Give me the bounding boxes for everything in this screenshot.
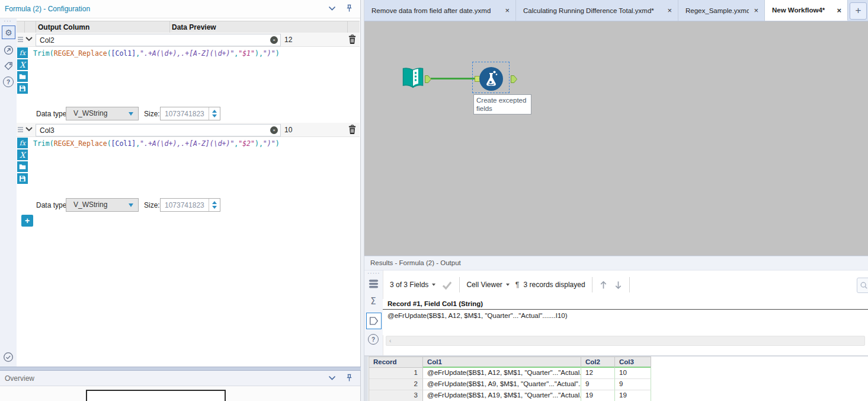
prev-record-button[interactable] [599,280,608,290]
open-expression-button[interactable] [17,71,28,82]
table-header-record[interactable]: Record [369,357,423,368]
alteryx-designer-window: Formula (2) - Configuration ··· ⚙ [0,0,868,401]
formula-expression[interactable]: Trim(REGEX_Replace([Col1],".+A(\d+),.+[A… [33,139,357,148]
configuration-panel: Formula (2) - Configuration ··· ⚙ [0,0,361,367]
add-column-button[interactable]: + [21,215,33,227]
table-cell[interactable]: 9 [615,379,651,390]
tab-help[interactable]: ? [2,76,14,88]
chevron-down-icon[interactable] [506,284,510,286]
drag-handle-icon[interactable] [17,36,24,43]
folder-icon [19,74,26,79]
row-collapse-chevron-icon[interactable] [25,127,33,132]
tool-annotation[interactable]: Create excepted fields [473,94,531,114]
open-expression-button[interactable] [17,161,28,172]
table-header-col2[interactable]: Col2 [581,357,615,368]
save-icon [19,85,26,92]
save-expression-button[interactable] [17,83,28,94]
variables-button[interactable]: X [17,149,28,160]
tab-annotation[interactable] [2,60,14,72]
table-cell[interactable]: @eFrUpdate($B$1, A12, $M$1, "Quarter"...… [423,368,581,379]
pin-icon[interactable] [345,374,353,382]
chevron-down-icon[interactable] [432,284,435,286]
pilcrow-icon[interactable]: ¶ [515,281,520,289]
new-workflow-button[interactable]: + [850,2,867,20]
size-input[interactable] [161,199,206,211]
table-header-col1[interactable]: Col1 [423,357,581,368]
scroll-left-icon[interactable]: ‹ [389,338,391,344]
workflow-tab-3[interactable]: Regex_Sample.yxmd × [678,0,765,21]
data-type-dropdown[interactable]: V_WString [66,198,139,212]
output-anchor[interactable] [425,75,431,83]
tab-navigation[interactable] [2,44,14,56]
text-input-tool[interactable] [402,67,424,90]
apply-check-icon[interactable] [441,280,453,290]
size-stepper[interactable] [209,199,220,211]
size-stepper[interactable] [209,107,220,120]
size-input[interactable] [161,107,206,120]
next-record-button[interactable] [614,280,623,290]
stepper-up-icon[interactable] [212,110,217,113]
delete-row-button[interactable] [348,125,357,135]
table-cell[interactable]: 2 [369,379,423,390]
connection-line[interactable] [431,78,476,79]
cell-viewer-button[interactable] [366,313,382,329]
formula-grid-header: Output Column Data Preview [17,21,360,33]
close-icon[interactable]: × [505,7,510,14]
table-cell[interactable]: 9 [581,379,615,390]
results-help-button[interactable]: ? [367,333,380,346]
pin-icon[interactable] [345,4,353,12]
stepper-down-icon[interactable] [212,206,217,209]
workflow-canvas[interactable]: Create excepted fields [364,21,868,256]
stepper-up-icon[interactable] [212,201,217,204]
formula-expression[interactable]: Trim(REGEX_Replace([Col1],".+A(\d+),.+[A… [33,49,357,58]
table-cell[interactable]: 3 [369,390,423,401]
output-column-input[interactable] [36,34,280,46]
table-header-col3[interactable]: Col3 [615,357,651,368]
cell-viewer-hscrollbar[interactable]: ‹ [386,336,865,346]
variables-button[interactable]: X [17,59,28,70]
table-cell[interactable]: 1 [369,368,423,379]
data-type-dropdown[interactable]: V_WString [66,107,139,120]
row-collapse-chevron-icon[interactable] [25,37,33,42]
trash-icon [348,125,357,135]
table-view-button[interactable] [367,277,380,290]
stepper-down-icon[interactable] [212,114,217,117]
close-icon[interactable]: × [754,7,758,14]
table-cell[interactable]: 12 [581,368,615,379]
formula-editor-col2: fx X Trim(REGEX_Replace([Col1],".+A(\d+)… [17,47,360,106]
clear-field-icon[interactable]: × [270,36,278,44]
overview-viewport-rect[interactable] [86,390,226,401]
chevron-down-icon [129,112,133,116]
table-cell[interactable]: 10 [615,368,651,379]
fields-dropdown[interactable]: 3 of 3 Fields [390,281,428,289]
workflow-tab-4-active[interactable]: New Workflow4* × [765,0,848,21]
output-anchor[interactable] [511,75,517,83]
collapse-chevron-icon[interactable] [328,375,336,381]
table-cell[interactable]: 19 [615,390,651,401]
metadata-view-button[interactable]: Σ [367,295,380,308]
functions-button[interactable]: fx [17,138,28,148]
workflow-tab-2[interactable]: Calculating Running Difference Total.yxm… [516,0,678,21]
formula-tool[interactable] [479,66,504,91]
horizontal-splitter[interactable] [0,367,361,371]
functions-button[interactable]: fx [17,47,28,58]
cell-viewer-body[interactable]: @eFrUpdate($B$1, A12, $M$1, "Quarter"...… [383,310,868,335]
output-column-field-wrap: × [36,124,281,136]
table-cell[interactable]: 19 [581,390,615,401]
drag-handle-icon[interactable] [17,126,24,133]
output-column-input[interactable] [36,125,280,136]
clear-field-icon[interactable]: × [270,126,278,134]
cell-viewer-dropdown[interactable]: Cell Viewer [466,281,502,289]
table-cell[interactable]: @eFrUpdate($B$1, A9, $M$1, "Quarter"..."… [423,379,581,390]
table-cell[interactable]: @eFrUpdate($B$1, A19, $M$1, "Quarter"...… [423,390,581,401]
close-icon[interactable]: × [667,7,672,14]
pentagon-icon [369,316,379,326]
delete-row-button[interactable] [348,34,357,44]
save-expression-button[interactable] [17,173,28,184]
search-button[interactable] [857,278,868,293]
close-icon[interactable]: × [837,7,841,14]
collapse-chevron-icon[interactable] [328,6,336,11]
tab-label: Remove data from field after date.yxmd [371,7,491,14]
tab-configuration[interactable]: ⚙ [2,26,15,39]
workflow-tab-1[interactable]: Remove data from field after date.yxmd × [364,0,516,21]
